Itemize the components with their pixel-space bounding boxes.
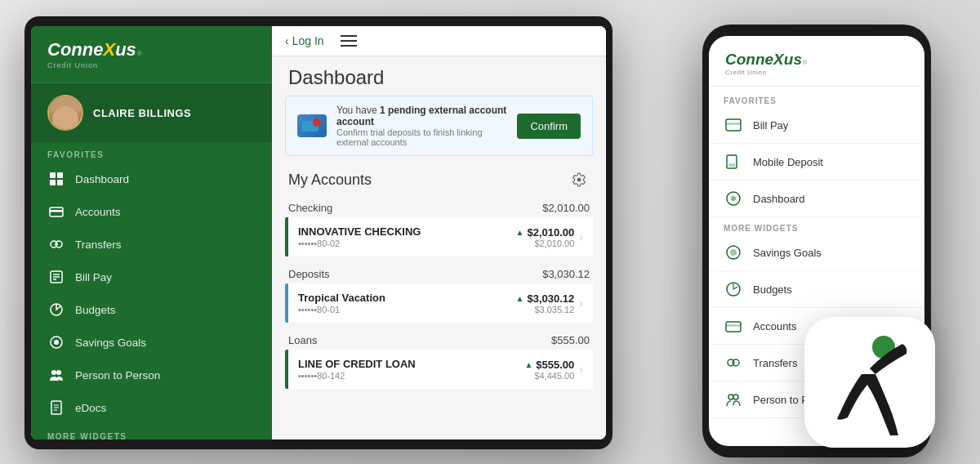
sidebar-item-transfers[interactable]: Transfers — [31, 228, 272, 261]
accounts-section-title: My Accounts — [288, 172, 372, 189]
phone-savings-icon — [724, 243, 743, 262]
sidebar-item-savings[interactable]: Savings Goals — [31, 326, 272, 359]
avatar — [47, 95, 83, 131]
table-row[interactable]: INNOVATIVE CHECKING ••••••80-02 ▲ $2,010… — [285, 217, 593, 257]
svg-point-7 — [56, 241, 62, 248]
budgets-icon — [47, 301, 65, 319]
sidebar-logo: Conne X us ® Credit Union — [31, 26, 272, 83]
tablet-device: Conne X us ® Credit Union CLAIRE BILLING… — [24, 16, 612, 449]
svg-rect-5 — [50, 210, 63, 212]
logo-registered: ® — [137, 50, 142, 57]
account-balance: $555.00 — [536, 359, 574, 371]
phone-nav-mobiledeposit[interactable]: Mobile Deposit — [709, 144, 924, 181]
svg-point-31 — [731, 196, 736, 201]
phone-budgets-icon — [724, 279, 743, 299]
phone-nav-budgets[interactable]: Budgets — [709, 271, 924, 308]
phone-billpay-icon — [724, 115, 743, 135]
tablet-screen: Conne X us ® Credit Union CLAIRE BILLING… — [31, 26, 606, 439]
sidebar-item-label-savings: Savings Goals — [75, 337, 146, 349]
sidebar-item-billpay[interactable]: Bill Pay — [31, 261, 272, 293]
page-title: Dashboard — [272, 56, 606, 96]
phone-section-more: MORE WIDGETS — [709, 217, 924, 234]
phone-nav-label-accounts: Accounts — [753, 320, 796, 332]
sidebar: Conne X us ® Credit Union CLAIRE BILLING… — [31, 26, 272, 439]
sidebar-item-label-transfers: Transfers — [75, 239, 122, 251]
chevron-left-icon: ‹ — [285, 34, 289, 47]
sidebar-section-more: MORE WIDGETS — [31, 424, 272, 439]
gear-button[interactable] — [568, 169, 590, 190]
account-group-checking: Checking $2,010.00 INNOVATIVE CHECKING •… — [285, 195, 593, 257]
app-icon-inner — [817, 329, 923, 435]
sidebar-item-label-dashboard: Dashboard — [75, 173, 129, 185]
phone-nav-dashboard[interactable]: Dashboard — [709, 181, 924, 217]
login-label: Log In — [292, 34, 324, 47]
account-group-header-loans: Loans $555.00 — [285, 328, 593, 350]
account-group-loans: Loans $555.00 LINE OF CREDIT LOAN ••••••… — [285, 328, 593, 389]
account-info: LINE OF CREDIT LOAN ••••••80-142 — [298, 358, 524, 381]
phone-transfers-icon — [724, 353, 743, 373]
phone-mobile-deposit-icon — [724, 152, 743, 172]
sidebar-item-label-billpay: Bill Pay — [75, 271, 112, 283]
account-group-name-loans: Loans — [288, 334, 317, 346]
logo-subtitle: Credit Union — [47, 61, 256, 69]
phone-p2p-icon — [724, 390, 743, 409]
hamburger-menu[interactable] — [341, 35, 357, 47]
sidebar-item-dashboard[interactable]: Dashboard — [31, 163, 272, 195]
hamburger-line-1 — [341, 35, 357, 37]
table-row[interactable]: LINE OF CREDIT LOAN ••••••80-142 ▲ $555.… — [285, 350, 593, 389]
confirm-button[interactable]: Confirm — [517, 114, 581, 139]
phone-logo: Conne X us ® Credit Union — [725, 51, 908, 76]
account-group-header-deposits: Deposits $3,030.12 — [285, 261, 593, 283]
svg-rect-1 — [57, 172, 63, 178]
sidebar-item-accounts[interactable]: Accounts — [31, 195, 272, 228]
svg-rect-0 — [50, 172, 56, 178]
phone-nav-label-billpay: Bill Pay — [753, 119, 788, 132]
account-number: ••••••80-02 — [298, 239, 516, 248]
edocs-icon — [47, 399, 65, 417]
account-info: INNOVATIVE CHECKING ••••••80-02 — [298, 225, 516, 248]
phone-nav-billpay[interactable]: Bill Pay — [709, 107, 924, 144]
account-info: Tropical Vacation ••••••80-01 — [298, 292, 516, 315]
sidebar-item-label-accounts: Accounts — [75, 206, 121, 218]
svg-point-39 — [728, 395, 733, 399]
top-bar: ‹ Log In — [272, 26, 606, 56]
sidebar-item-budgets[interactable]: Budgets — [31, 293, 272, 326]
sidebar-item-edocs[interactable]: eDocs — [31, 391, 272, 424]
chevron-right-icon: › — [579, 363, 583, 376]
phone-dashboard-icon — [724, 189, 743, 208]
table-row[interactable]: Tropical Vacation ••••••80-01 ▲ $3,030.1… — [285, 283, 593, 323]
account-group-total-checking: $2,010.00 — [542, 202, 590, 214]
account-group-name-checking: Checking — [288, 202, 332, 214]
phone-nav-label-budgets: Budgets — [753, 283, 792, 296]
hamburger-line-2 — [341, 40, 357, 42]
svg-rect-27 — [726, 123, 741, 125]
account-available: $4,445.00 — [524, 371, 574, 381]
sidebar-item-label-budgets: Budgets — [75, 304, 116, 316]
account-group-header-checking: Checking $2,010.00 — [285, 195, 593, 217]
accounts-header: My Accounts — [272, 164, 606, 195]
transfers-icon — [47, 235, 65, 253]
account-amounts: ▲ $3,030.12 $3,035.12 — [516, 292, 575, 315]
accounts-list: Checking $2,010.00 INNOVATIVE CHECKING •… — [272, 195, 606, 439]
svg-rect-36 — [726, 324, 741, 327]
account-group-deposits: Deposits $3,030.12 Tropical Vacation •••… — [285, 261, 593, 323]
up-arrow-icon: ▲ — [524, 360, 532, 369]
phone-nav-savings[interactable]: Savings Goals — [709, 234, 924, 271]
up-arrow-icon: ▲ — [516, 228, 524, 237]
back-button[interactable]: ‹ Log In — [285, 34, 324, 47]
phone-nav-label-dashboard: Dashboard — [753, 193, 805, 205]
svg-point-40 — [733, 395, 738, 399]
main-content: ‹ Log In Dashboard You — [272, 26, 606, 439]
phone-logo-us: us — [784, 51, 802, 69]
svg-point-16 — [56, 370, 61, 375]
app-icon — [804, 317, 935, 448]
svg-point-33 — [730, 249, 737, 256]
account-group-total-deposits: $3,030.12 — [542, 268, 590, 280]
notification-icon — [297, 114, 327, 137]
account-number: ••••••80-01 — [298, 305, 516, 315]
sidebar-item-p2p[interactable]: Person to Person — [31, 359, 272, 391]
chevron-right-icon: › — [579, 297, 583, 310]
sidebar-section-favorites: FAVORITES — [31, 142, 272, 163]
username: CLAIRE BILLINGS — [93, 107, 191, 119]
phone-logo-registered: ® — [803, 60, 807, 65]
